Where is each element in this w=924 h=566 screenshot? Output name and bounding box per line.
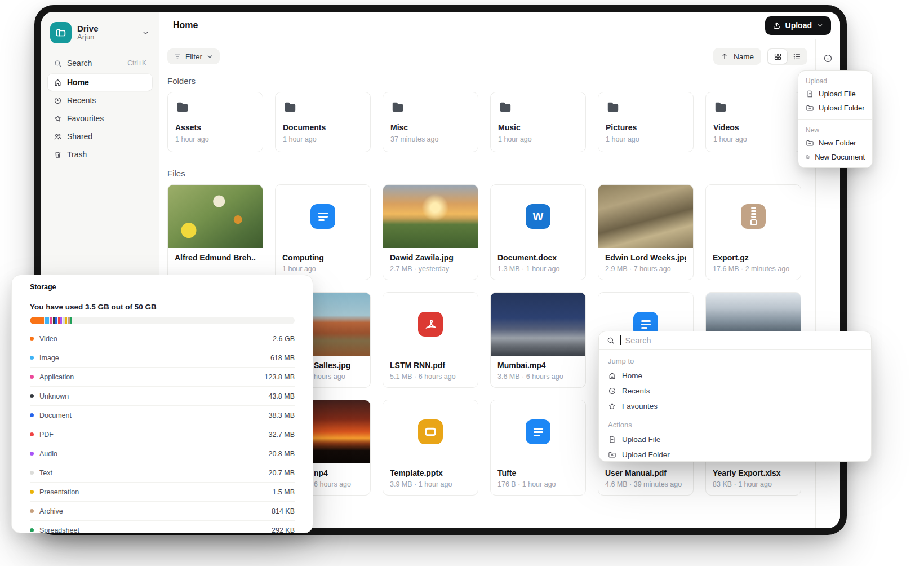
file-card[interactable]: Edwin Lord Weeks.jpg 2.9 MB · 7 hours ag… <box>598 184 694 280</box>
file-meta: 4.6 MB · 39 minutes ago <box>605 480 686 488</box>
menu-item-label: Upload Folder <box>819 104 865 112</box>
file-card[interactable]: Export.gz 17.6 MB · 2 minutes ago <box>705 184 801 280</box>
menu-item-upload-file[interactable]: Upload File <box>798 87 872 101</box>
folder-time: 1 hour ago <box>283 135 363 143</box>
folder-card-pictures[interactable]: Pictures 1 hour ago <box>598 92 694 152</box>
file-name: User Manual.pdf <box>605 468 686 477</box>
acrobat-glyph <box>422 316 439 333</box>
sidebar-search[interactable]: Search Ctrl+K <box>48 55 152 72</box>
file-name: LSTM RNN.pdf <box>390 361 471 370</box>
page-canvas: Drive Arjun Search Ctrl+K Home Recents <box>0 0 924 566</box>
page-title: Home <box>173 20 765 30</box>
category-label: Application <box>39 373 264 381</box>
grid-view-button[interactable] <box>768 49 787 64</box>
category-size: 814 KB <box>272 507 295 515</box>
popup-item-upload-file[interactable]: Upload File <box>607 432 863 447</box>
category-size: 43.8 MB <box>268 392 295 400</box>
folder-card-documents[interactable]: Documents 1 hour ago <box>275 92 371 152</box>
file-card[interactable]: Alfred Edmund Breh... <box>167 184 263 280</box>
bar-segment-image <box>45 317 49 324</box>
filter-label: Filter <box>185 52 202 61</box>
file-card[interactable]: Tufte 176 B · 1 hour ago <box>490 400 586 496</box>
category-size: 1.5 MB <box>272 488 295 496</box>
sidebar-item-label: Trash <box>67 150 87 159</box>
folder-plus-icon <box>806 139 814 147</box>
category-dot <box>30 471 34 475</box>
popup-item-label: Upload Folder <box>622 450 670 459</box>
folder-card-assets[interactable]: Assets 1 hour ago <box>167 92 263 152</box>
workspace-switcher[interactable]: Drive Arjun <box>48 22 152 43</box>
upload-button-label: Upload <box>785 21 812 30</box>
file-meta: 1 hour ago <box>282 265 363 273</box>
category-dot <box>30 413 34 417</box>
folder-card-music[interactable]: Music 1 hour ago <box>490 92 586 152</box>
sidebar-item-favourites[interactable]: Favourites <box>48 110 152 127</box>
upload-menu: Upload Upload File Upload Folder New New… <box>798 70 873 168</box>
file-meta: 176 B · 1 hour ago <box>497 480 579 488</box>
pdf-icon <box>418 312 443 337</box>
storage-row-archive: Archive814 KB <box>30 502 295 521</box>
page-header: Home Upload <box>159 12 840 39</box>
category-label: Image <box>39 354 270 362</box>
file-card[interactable]: Template.pptx 3.9 MB · 1 hour ago <box>383 400 478 496</box>
image-thumbnail <box>168 185 263 248</box>
bar-segment-pdf <box>58 317 60 324</box>
folder-time: 37 minutes ago <box>390 135 470 143</box>
menu-item-new-document[interactable]: New Document <box>798 150 872 164</box>
filter-icon <box>174 52 181 60</box>
storage-row-audio: Audio20.8 MB <box>30 444 295 463</box>
list-view-button[interactable] <box>787 49 806 64</box>
upload-button[interactable]: Upload <box>765 16 831 35</box>
search-popup: Search Jump to Home Recents Favourites A… <box>598 331 872 462</box>
menu-divider <box>798 119 872 120</box>
popup-item-recents[interactable]: Recents <box>607 383 863 399</box>
file-card[interactable]: W Document.docx 1.3 MB · 1 hour ago <box>490 184 586 280</box>
category-dot <box>30 528 34 532</box>
video-thumbnail <box>491 293 585 356</box>
menu-item-new-folder[interactable]: New Folder <box>798 136 872 150</box>
category-size: 20.7 MB <box>268 469 295 477</box>
folder-upload-icon <box>806 104 814 112</box>
popup-item-favourites[interactable]: Favourites <box>607 399 863 414</box>
jump-to-label: Jump to <box>607 353 863 368</box>
folder-time: 1 hour ago <box>713 135 793 143</box>
file-card[interactable]: Mumbai.mp4 3.6 MB · 6 hours ago <box>490 292 586 388</box>
category-label: Video <box>39 335 273 343</box>
folder-upload-icon <box>608 450 616 459</box>
filter-button[interactable]: Filter <box>167 48 220 64</box>
folder-name: Videos <box>713 123 793 132</box>
file-card[interactable]: LSTM RNN.pdf 5.1 MB · 6 hours ago <box>383 292 478 388</box>
sort-button[interactable]: Name <box>713 48 761 65</box>
file-name: Dawid Zawila.jpg <box>390 253 471 262</box>
folders-grid: Assets 1 hour ago Documents 1 hour ago M… <box>167 92 807 152</box>
category-dot <box>30 509 34 513</box>
category-size: 32.7 MB <box>268 431 295 439</box>
menu-item-upload-folder[interactable]: Upload Folder <box>798 101 872 115</box>
popup-item-home[interactable]: Home <box>607 368 863 383</box>
file-plus-icon <box>806 153 810 161</box>
sidebar-item-trash[interactable]: Trash <box>48 146 152 163</box>
popup-item-upload-folder[interactable]: Upload Folder <box>607 447 863 462</box>
bar-segment-document <box>55 317 57 324</box>
file-card[interactable]: Dawid Zawila.jpg 2.7 MB · yesterday <box>383 184 478 280</box>
drive-logo <box>50 22 72 43</box>
folder-card-misc[interactable]: Misc 37 minutes ago <box>383 92 478 152</box>
archive-icon <box>741 204 766 229</box>
storage-usage-bar <box>30 317 295 324</box>
bar-segment-presentation <box>65 317 67 324</box>
folder-card-videos[interactable]: Videos 1 hour ago <box>705 92 801 152</box>
search-input[interactable]: Search <box>599 331 871 350</box>
storage-row-document: Document38.3 MB <box>30 406 295 425</box>
file-card[interactable]: Computing 1 hour ago <box>275 184 371 280</box>
info-icon[interactable] <box>823 54 833 63</box>
sidebar-item-home[interactable]: Home <box>48 74 152 91</box>
sidebar-item-shared[interactable]: Shared <box>48 128 152 145</box>
search-icon <box>54 59 62 68</box>
presentation-icon <box>418 419 443 444</box>
popup-item-label: Favourites <box>622 402 658 410</box>
file-thumbnail <box>383 400 478 463</box>
file-meta: 1.3 MB · 1 hour ago <box>497 265 579 273</box>
file-meta: 5.1 MB · 6 hours ago <box>390 373 471 381</box>
sidebar-item-recents[interactable]: Recents <box>48 92 152 109</box>
slide-glyph <box>423 424 438 440</box>
